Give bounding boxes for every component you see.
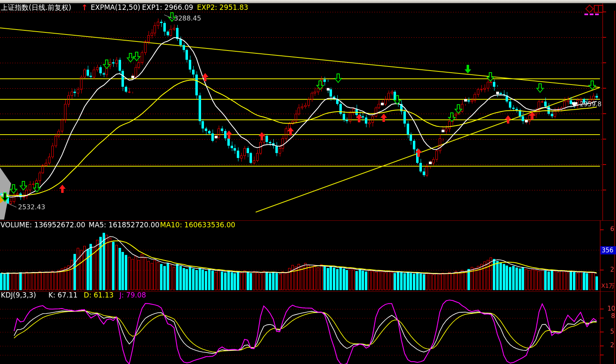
volume-current-badge: 356 (600, 246, 616, 254)
kdj-axis-tick: 2 (610, 342, 614, 349)
trading-app: 上证指数(日线.前复权) ↑ EXPMA(12,50) EXP1: 2966.0… (0, 0, 616, 364)
kdj-k-value: K: 67.11 (48, 291, 78, 299)
volume-unit-label: X1万 (601, 283, 615, 289)
exp2-value: EXP2: 2951.83 (197, 4, 248, 11)
magenta-dash-icon (590, 14, 593, 15)
low-price-label: 2532.43 (18, 204, 45, 211)
symbol-title[interactable]: 上证指数(日线.前复权) (1, 4, 71, 11)
volume-axis-tick-mid: 2 (610, 266, 614, 273)
volume-axis-tick-top: 6 (610, 226, 614, 233)
kdj-indicator-name[interactable]: KDJ(9,3,3) (1, 291, 36, 299)
peak-price-label: 3288.45 (174, 15, 201, 22)
kdj-d-value: D: 61.13 (84, 291, 114, 299)
volume-value: VOLUME: 136952672.00 (0, 221, 85, 229)
chart-canvas[interactable] (0, 0, 616, 364)
indicator-name[interactable]: EXPMA(12,50) (91, 4, 140, 11)
kdj-axis-tick: 8 (611, 313, 615, 320)
window-tool-icon[interactable] (594, 5, 603, 13)
last-price-label: 2959.8 (580, 101, 602, 108)
window-top-edge (0, 0, 616, 3)
kdj-axis-tick: 10 (607, 305, 615, 312)
window-icon-divider (598, 6, 599, 12)
kdj-axis-tick: 5 (610, 328, 614, 335)
volume-ma5-value: MA5: 161852720.00 (89, 221, 160, 229)
magenta-dash-icon (584, 14, 588, 15)
exp1-value: EXP1: 2966.09 (142, 4, 193, 11)
kdj-j-value: J: 79.08 (119, 291, 146, 299)
volume-ma10-value: MA10: 160633536.00 (160, 221, 235, 229)
magenta-dash-icon (595, 14, 599, 15)
up-arrow-icon: ↑ (81, 3, 88, 12)
